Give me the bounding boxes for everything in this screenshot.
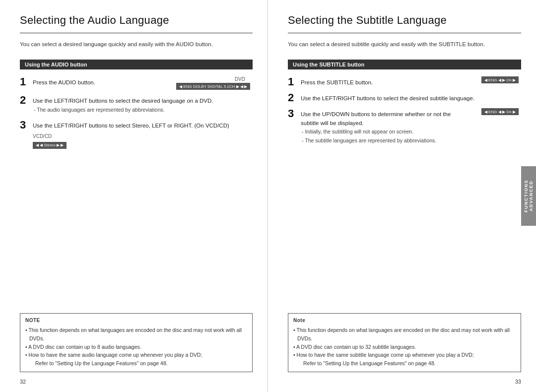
- subtitle-indicator-1-text: ◀ ENG ◀ ▶ On ▶: [484, 78, 516, 82]
- step-3-text: Use the LEFT/RIGHT buttons to select Ste…: [33, 120, 229, 130]
- step-1-number: 1: [20, 76, 30, 87]
- right-page-number: 33: [515, 379, 521, 385]
- right-note-title: Note: [293, 318, 516, 323]
- advanced-functions-tab: ADVANCEDFUNCTIONS: [521, 166, 536, 226]
- right-step-3: 3 Use the UP/DOWN buttons to determine w…: [288, 108, 462, 128]
- left-note-3: • How to have the same audio language co…: [25, 351, 247, 359]
- step-1-left: 1 Press the AUDIO button.: [20, 76, 176, 87]
- step-2-subnote: - The audio languages are represented by…: [34, 107, 253, 113]
- right-step-3-number: 3: [288, 108, 298, 119]
- right-title-divider: [288, 33, 521, 33]
- left-note-box: NOTE • This function depends on what lan…: [20, 313, 253, 372]
- indicator-text: ◀ ENG DOLBY DIGITAL 5.1CH ▶ ◀ ▶: [179, 84, 247, 89]
- left-page-number: 32: [20, 379, 26, 385]
- right-intro-text: You can select a desired subtitle quickl…: [288, 40, 521, 49]
- left-title-divider: [20, 33, 253, 33]
- right-step-1-left: 1 Press the SUBTITLE button.: [288, 76, 462, 87]
- subtitle-steps: 1 Press the SUBTITLE button. ◀ ENG ◀ ▶ O…: [288, 76, 521, 146]
- vcd-indicator-text: ◀ ◀ Stereo ▶ ▶: [36, 143, 64, 147]
- step-2-text: Use the LEFT/RIGHT buttons to select the…: [33, 95, 213, 105]
- step-2-number: 2: [20, 95, 30, 106]
- left-note-title: NOTE: [25, 318, 247, 323]
- right-step-1-number: 1: [288, 76, 298, 87]
- subtitle-indicator-3-text: ◀ ENG ◀ ▶ On ▶: [484, 110, 516, 114]
- right-note-4: Refer to "Setting Up the Language Featur…: [293, 359, 516, 368]
- step-3-container: 3 Use the LEFT/RIGHT buttons to select S…: [20, 120, 253, 149]
- right-step-3-left: 3 Use the UP/DOWN buttons to determine w…: [288, 108, 462, 128]
- advanced-functions-text: ADVANCEDFUNCTIONS: [524, 180, 534, 212]
- right-step-2-number: 2: [288, 92, 298, 103]
- left-note-2: • A DVD disc can contain up to 8 audio l…: [25, 343, 247, 351]
- subtitle-indicator-3: ◀ ENG ◀ ▶ On ▶: [481, 108, 519, 115]
- right-step-2-container: 2 Use the LEFT/RIGHT buttons to select t…: [288, 92, 521, 103]
- right-step-1-indicator: ◀ ENG ◀ ▶ On ▶: [462, 76, 521, 83]
- left-intro-text: You can select a desired language quickl…: [20, 40, 253, 49]
- right-step-1-row: 1 Press the SUBTITLE button. ◀ ENG ◀ ▶ O…: [288, 76, 521, 87]
- audio-steps: 1 Press the AUDIO button. DVD ◀ ENG DOLB…: [20, 76, 253, 149]
- left-note-1: • This function depends on what language…: [25, 326, 247, 343]
- step-3-row: 3 Use the LEFT/RIGHT buttons to select S…: [20, 120, 253, 131]
- audio-button-label: Using the AUDIO button: [20, 60, 253, 69]
- vcd-indicator-row: ◀ ◀ Stereo ▶ ▶: [33, 141, 253, 149]
- right-step-3-subnote-2: - The subtitle languages are represented…: [302, 137, 521, 143]
- step-1: 1 Press the AUDIO button.: [20, 76, 176, 87]
- right-note-1: • This function depends on what language…: [293, 326, 516, 343]
- right-step-1: 1 Press the SUBTITLE button.: [288, 76, 462, 87]
- right-step-3-container: 3 Use the UP/DOWN buttons to determine w…: [288, 108, 521, 146]
- right-step-1-text: Press the SUBTITLE button.: [301, 76, 373, 87]
- vcd-indicator: ◀ ◀ Stereo ▶ ▶: [33, 142, 67, 149]
- right-page: Selecting the Subtitle Language You can …: [268, 0, 536, 392]
- right-step-3-subnote-1: - Initially, the subtitling will not app…: [302, 129, 521, 134]
- dvd-label: DVD: [235, 76, 250, 82]
- subtitle-button-label: Using the SUBTITLE button: [288, 60, 521, 69]
- left-note-4: Refer to "Setting Up the Language Featur…: [25, 359, 247, 368]
- right-note-box: Note • This function depends on what lan…: [288, 313, 521, 372]
- step-3-number: 3: [20, 120, 30, 131]
- page-layout: Selecting the Audio Language You can sel…: [0, 0, 536, 392]
- right-step-3-text: Use the UP/DOWN buttons to determine whe…: [301, 108, 462, 128]
- audio-indicator-1: ◀ ENG DOLBY DIGITAL 5.1CH ▶ ◀ ▶: [176, 83, 250, 90]
- right-step-2: 2 Use the LEFT/RIGHT buttons to select t…: [288, 92, 521, 103]
- step-2-container: 2 Use the LEFT/RIGHT buttons to select t…: [20, 95, 253, 116]
- right-page-title: Selecting the Subtitle Language: [288, 14, 521, 27]
- step-2: 2 Use the LEFT/RIGHT buttons to select t…: [20, 95, 253, 106]
- right-note-2: • A DVD disc can contain up to 32 subtit…: [293, 343, 516, 351]
- left-page-title: Selecting the Audio Language: [20, 14, 253, 27]
- vcd-label: VCD/CD: [33, 133, 52, 139]
- right-step-3-indicator: ◀ ENG ◀ ▶ On ▶: [462, 108, 521, 115]
- step-3: 3 Use the LEFT/RIGHT buttons to select S…: [20, 120, 253, 131]
- right-note-3: • How to have the same subtitle language…: [293, 351, 516, 359]
- step-1-row: 1 Press the AUDIO button. DVD ◀ ENG DOLB…: [20, 76, 253, 90]
- step-3-left: 3 Use the LEFT/RIGHT buttons to select S…: [20, 120, 253, 131]
- right-step-3-row: 3 Use the UP/DOWN buttons to determine w…: [288, 108, 521, 128]
- subtitle-indicator-1: ◀ ENG ◀ ▶ On ▶: [481, 76, 519, 83]
- vcd-section: VCD/CD ◀ ◀ Stereo ▶ ▶: [33, 132, 253, 149]
- right-step-2-text: Use the LEFT/RIGHT buttons to select the…: [301, 92, 474, 103]
- step-1-text: Press the AUDIO button.: [33, 76, 95, 87]
- step-1-right: DVD ◀ ENG DOLBY DIGITAL 5.1CH ▶ ◀ ▶: [176, 76, 253, 90]
- left-page: Selecting the Audio Language You can sel…: [0, 0, 268, 392]
